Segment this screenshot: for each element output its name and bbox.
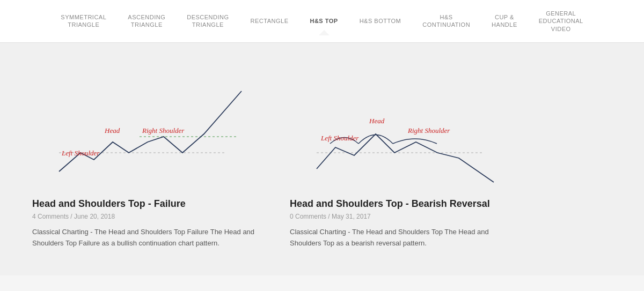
card-failure-title: Head and Shoulders Top - Failure: [32, 198, 258, 210]
chart-failure-svg: Left Shoulder Head Right Shoulder: [32, 70, 258, 188]
nav-general-educational-video[interactable]: GENERALEDUCATIONALVIDEO: [528, 0, 594, 42]
chart-failure-area: Left Shoulder Head Right Shoulder: [32, 70, 258, 188]
nav-ascending-triangle[interactable]: ASCENDINGTRIANGLE: [117, 4, 176, 39]
nav-symmetrical-triangle[interactable]: SYMMETRICALTRIANGLE: [50, 4, 117, 39]
chart-bearish-svg: Left Shoulder Head Right Shoulder: [290, 70, 515, 188]
card-bearish-description: Classical Charting - The Head and Should…: [290, 227, 515, 249]
nav-rectangle[interactable]: RECTANGLE: [240, 8, 299, 34]
card-bearish-title: Head and Shoulders Top - Bearish Reversa…: [290, 198, 515, 210]
label-head: Head: [104, 126, 120, 135]
card-failure: Left Shoulder Head Right Shoulder Head a…: [32, 70, 258, 249]
arc-head: [358, 135, 393, 144]
card-failure-meta: 4 Comments / June 20, 2018: [32, 213, 258, 220]
card-failure-description: Classical Charting - The Head and Should…: [32, 227, 258, 249]
cards-container: Left Shoulder Head Right Shoulder Head a…: [32, 70, 515, 249]
card-bearish-meta: 0 Comments / May 31, 2017: [290, 213, 515, 220]
nav-hs-bottom[interactable]: H&S BOTTOM: [349, 8, 412, 34]
main-nav: SYMMETRICALTRIANGLE ASCENDINGTRIANGLE DE…: [0, 0, 644, 43]
nav-hs-continuation[interactable]: H&SCONTINUATION: [412, 4, 481, 39]
nav-hs-top[interactable]: H&S TOP: [299, 8, 348, 34]
main-content: Left Shoulder Head Right Shoulder Head a…: [0, 43, 644, 276]
card-bearish: Left Shoulder Head Right Shoulder Head a…: [290, 70, 515, 249]
label-right-shoulder-2: Right Shoulder: [407, 126, 450, 135]
label-right-shoulder: Right Shoulder: [142, 126, 185, 135]
nav-descending-triangle[interactable]: DESCENDINGTRIANGLE: [176, 4, 239, 39]
label-head-2: Head: [369, 117, 385, 125]
nav-cup-handle[interactable]: CUP &HANDLE: [481, 4, 528, 39]
label-left-shoulder-2: Left Shoulder: [320, 134, 359, 142]
label-left-shoulder: Left Shoulder: [61, 149, 100, 157]
chart-bearish-area: Left Shoulder Head Right Shoulder: [290, 70, 515, 188]
